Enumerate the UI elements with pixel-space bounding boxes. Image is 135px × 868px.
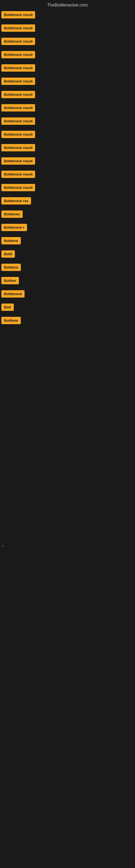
footer-watermark: © xyxy=(1,545,4,547)
list-item: Bottleneck result xyxy=(1,170,135,179)
bottleneck-result-label: Bottleneck result xyxy=(1,51,35,58)
bottleneck-result-label: Bottleneck result xyxy=(1,104,35,112)
bottleneck-result-label: Bottleneck result xyxy=(1,184,35,191)
bottleneck-result-label: Bottleneck res xyxy=(1,197,31,205)
list-item: Bottlenec xyxy=(1,211,135,219)
list-item: Bottl xyxy=(1,250,135,259)
bottleneck-result-label: Bottlenec xyxy=(1,211,23,218)
bottleneck-result-label: Bottleneck result xyxy=(1,91,35,98)
bottleneck-result-label: Bottleneck result xyxy=(1,24,35,32)
list-item: Bottleneck xyxy=(1,290,135,299)
list-item: Bottleneck result xyxy=(1,38,135,46)
bottleneck-result-label: Bottl xyxy=(1,250,15,258)
list-item: Bottleneck res xyxy=(1,197,135,206)
list-item: Bottlene xyxy=(1,317,135,325)
list-item: Bottlene xyxy=(1,237,135,246)
bottleneck-result-label: Bottleneck result xyxy=(1,118,35,125)
list-item: Bottleneck result xyxy=(1,78,135,86)
list-item: Bottleneck result xyxy=(1,11,135,20)
bottleneck-result-label: Bottleneck result xyxy=(1,170,35,178)
list-item: Bottlene xyxy=(1,264,135,272)
bottleneck-result-label: Bottleneck result xyxy=(1,11,35,19)
list-item: Bottleneck result xyxy=(1,144,135,152)
site-title: TheBottlenecker.com xyxy=(0,0,135,10)
list-item: Bottleneck result xyxy=(1,118,135,126)
bottleneck-result-label: Bottlene xyxy=(1,237,21,244)
footer-area: © xyxy=(0,330,135,656)
items-container: Bottleneck resultBottleneck resultBottle… xyxy=(0,10,135,325)
list-item: Bottleneck result xyxy=(1,91,135,99)
bottleneck-result-label: Bottleneck result xyxy=(1,157,35,165)
list-item: Bottleneck result xyxy=(1,51,135,59)
list-item: Bottleneck result xyxy=(1,184,135,192)
list-item: Bottleneck result xyxy=(1,104,135,113)
list-item: Bottleneck result xyxy=(1,24,135,33)
list-item: Bott xyxy=(1,304,135,312)
list-item: Bottlen xyxy=(1,277,135,285)
list-item: Bottleneck result xyxy=(1,157,135,166)
bottleneck-result-label: Bottleneck result xyxy=(1,78,35,85)
list-item: Bottleneck result xyxy=(1,131,135,139)
bottleneck-result-label: Bottleneck result xyxy=(1,144,35,151)
bottleneck-result-label: Bottlene xyxy=(1,317,21,324)
list-item: Bottleneck result xyxy=(1,64,135,73)
bottleneck-result-label: Bottleneck r xyxy=(1,224,27,231)
bottleneck-result-label: Bottlene xyxy=(1,264,21,271)
bottleneck-result-label: Bottlen xyxy=(1,277,19,284)
bottleneck-result-label: Bottleneck xyxy=(1,290,25,298)
site-header: TheBottlenecker.com xyxy=(0,0,135,10)
bottleneck-result-label: Bottleneck result xyxy=(1,64,35,72)
bottleneck-result-label: Bottleneck result xyxy=(1,38,35,45)
bottleneck-result-label: Bott xyxy=(1,304,14,311)
bottleneck-result-label: Bottleneck result xyxy=(1,131,35,138)
list-item: Bottleneck r xyxy=(1,224,135,232)
